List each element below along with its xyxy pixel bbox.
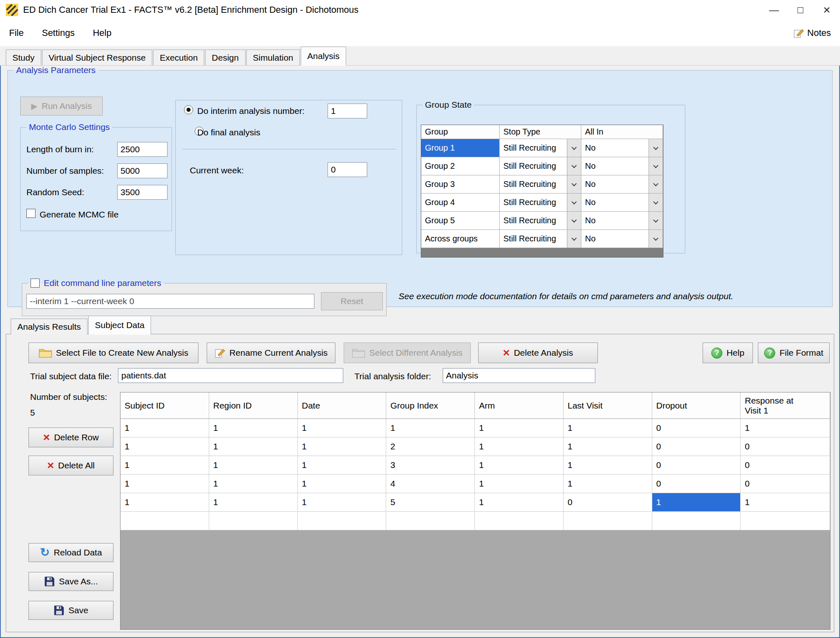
cell[interactable]: 1 xyxy=(564,456,652,475)
help-button[interactable]: ? Help xyxy=(703,343,753,363)
cell[interactable]: 0 xyxy=(652,437,741,456)
cell[interactable]: 1 xyxy=(209,437,298,456)
cell[interactable]: 1 xyxy=(120,493,209,512)
cell[interactable] xyxy=(209,512,298,530)
cell[interactable]: 1 xyxy=(298,475,387,493)
all-in-dropdown[interactable]: No xyxy=(581,175,663,194)
chevron-down-icon[interactable] xyxy=(649,157,663,175)
current-week-input[interactable] xyxy=(328,162,367,177)
tab-study[interactable]: Study xyxy=(6,50,41,65)
col-response-visit-1[interactable]: Response at Visit 1 xyxy=(741,392,830,419)
cell[interactable]: 1 xyxy=(386,419,475,437)
reload-data-button[interactable]: ↻ Reload Data xyxy=(28,543,113,562)
delete-all-button[interactable]: × Delete All xyxy=(28,456,113,475)
cell[interactable] xyxy=(386,512,475,530)
delete-row-button[interactable]: × Delete Row xyxy=(28,428,113,447)
chevron-down-icon[interactable] xyxy=(567,212,581,229)
group-state-col-stop-type[interactable]: Stop Type xyxy=(500,125,581,139)
cell[interactable]: 1 xyxy=(209,456,298,475)
tab-virtual-subject-response[interactable]: Virtual Subject Response xyxy=(42,50,152,65)
cell[interactable]: 2 xyxy=(386,437,475,456)
cell[interactable] xyxy=(120,512,209,530)
trial-subject-data-file-input[interactable] xyxy=(118,368,343,383)
cell[interactable]: 1 xyxy=(209,475,298,493)
cell[interactable]: 4 xyxy=(386,475,475,493)
chevron-down-icon[interactable] xyxy=(567,194,581,211)
interim-number-input[interactable] xyxy=(328,104,367,118)
cell[interactable]: 1 xyxy=(120,456,209,475)
all-in-dropdown[interactable]: No xyxy=(581,194,663,212)
select-file-new-analysis-button[interactable]: Select File to Create New Analysis xyxy=(28,343,198,363)
stop-type-dropdown[interactable]: Still Recruiting xyxy=(500,175,581,194)
tab-subject-data[interactable]: Subject Data xyxy=(88,316,151,335)
group-cell[interactable]: Group 2 xyxy=(421,157,500,175)
group-cell[interactable]: Across groups xyxy=(421,230,500,248)
cell[interactable]: 1 xyxy=(564,437,652,456)
tab-simulation[interactable]: Simulation xyxy=(246,50,300,65)
col-arm[interactable]: Arm xyxy=(475,392,564,419)
run-analysis-button[interactable]: ▶ Run Analysis xyxy=(20,97,103,116)
notes-button[interactable]: Notes xyxy=(793,28,831,38)
interim-analysis-radio[interactable] xyxy=(184,105,193,114)
cell[interactable]: 1 xyxy=(564,419,652,437)
tab-execution[interactable]: Execution xyxy=(153,50,204,65)
chevron-down-icon[interactable] xyxy=(567,157,581,175)
cell[interactable]: 1 xyxy=(741,493,830,512)
all-in-dropdown[interactable]: No xyxy=(581,157,663,175)
cell[interactable]: 0 xyxy=(741,437,830,456)
stop-type-dropdown[interactable]: Still Recruiting xyxy=(500,212,581,230)
chevron-down-icon[interactable] xyxy=(567,139,581,157)
chevron-down-icon[interactable] xyxy=(649,175,663,193)
cell[interactable]: 1 xyxy=(475,456,564,475)
cell[interactable]: 1 xyxy=(475,493,564,512)
cell[interactable]: 1 xyxy=(209,419,298,437)
stop-type-dropdown[interactable]: Still Recruiting xyxy=(500,157,581,175)
cell[interactable]: 5 xyxy=(386,493,475,512)
selected-cell[interactable]: 1 xyxy=(652,493,741,512)
chevron-down-icon[interactable] xyxy=(649,139,663,157)
cell[interactable]: 0 xyxy=(652,475,741,493)
cell[interactable]: 1 xyxy=(475,419,564,437)
group-state-col-all-in[interactable]: All In xyxy=(581,125,663,139)
trial-analysis-folder-input[interactable] xyxy=(443,368,595,383)
all-in-dropdown[interactable]: No xyxy=(581,212,663,230)
cell[interactable]: 3 xyxy=(386,456,475,475)
cell[interactable]: 1 xyxy=(475,437,564,456)
cell[interactable]: 0 xyxy=(741,456,830,475)
group-cell[interactable]: Group 4 xyxy=(421,194,500,212)
cell[interactable] xyxy=(298,512,387,530)
save-as-button[interactable]: Save As... xyxy=(28,572,113,591)
close-button[interactable]: × xyxy=(814,0,840,20)
rename-analysis-button[interactable]: Rename Current Analysis xyxy=(207,343,335,363)
cmd-params-input[interactable] xyxy=(26,294,314,309)
cell[interactable]: 1 xyxy=(298,493,387,512)
col-dropout[interactable]: Dropout xyxy=(652,392,741,419)
cell[interactable]: 0 xyxy=(564,493,652,512)
generate-mcmc-checkbox[interactable] xyxy=(26,209,35,218)
cell[interactable]: 0 xyxy=(652,456,741,475)
col-date[interactable]: Date xyxy=(298,392,387,419)
cell[interactable]: 0 xyxy=(652,419,741,437)
chevron-down-icon[interactable] xyxy=(649,194,663,211)
group-cell[interactable]: Group 1 xyxy=(421,139,500,157)
save-button[interactable]: Save xyxy=(28,601,113,620)
stop-type-dropdown[interactable]: Still Recruiting xyxy=(500,139,581,157)
chevron-down-icon[interactable] xyxy=(649,230,663,248)
tab-analysis[interactable]: Analysis xyxy=(301,47,346,66)
chevron-down-icon[interactable] xyxy=(567,175,581,193)
group-cell[interactable]: Group 3 xyxy=(421,175,500,194)
cell[interactable]: 1 xyxy=(298,419,387,437)
cell[interactable] xyxy=(652,512,741,530)
cell[interactable]: 1 xyxy=(120,437,209,456)
reset-button[interactable]: Reset xyxy=(321,292,383,310)
cell[interactable]: 1 xyxy=(741,419,830,437)
col-last-visit[interactable]: Last Visit xyxy=(564,392,652,419)
delete-analysis-button[interactable]: × Delete Analysis xyxy=(478,343,598,363)
cell[interactable]: 1 xyxy=(298,437,387,456)
all-in-dropdown[interactable]: No xyxy=(581,139,663,157)
chevron-down-icon[interactable] xyxy=(567,230,581,248)
menu-settings[interactable]: Settings xyxy=(33,24,84,42)
cell[interactable]: 1 xyxy=(209,493,298,512)
menu-file[interactable]: File xyxy=(0,24,33,42)
cell[interactable]: 1 xyxy=(120,419,209,437)
